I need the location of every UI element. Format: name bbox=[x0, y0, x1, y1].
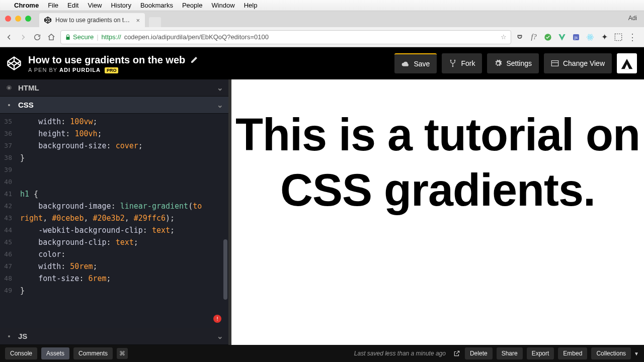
chrome-tabstrip-area: How to use gradients on the w × Adi bbox=[0, 11, 644, 27]
vue-devtools-icon[interactable] bbox=[557, 33, 567, 42]
svg-point-14 bbox=[8, 104, 10, 106]
line-gutter: 353637383940414243444546474849 bbox=[0, 116, 14, 297]
close-window-button[interactable] bbox=[5, 16, 11, 22]
collections-dropdown[interactable]: Collections ▼ bbox=[591, 347, 639, 359]
gear-icon bbox=[494, 59, 502, 67]
home-button[interactable] bbox=[46, 32, 56, 42]
extension-icon-3[interactable] bbox=[614, 33, 623, 42]
assets-button[interactable]: Assets bbox=[41, 347, 69, 359]
secure-label: Secure bbox=[73, 33, 94, 41]
gear-icon[interactable] bbox=[5, 84, 13, 92]
svg-rect-11 bbox=[551, 61, 558, 66]
url-rest: codepen.io/adipurdila/pen/EbKQoQ?editors… bbox=[124, 33, 269, 41]
save-button[interactable]: Save bbox=[394, 53, 437, 73]
bookmark-star-icon[interactable]: ☆ bbox=[501, 33, 507, 41]
checkmark-extension-icon[interactable] bbox=[543, 33, 552, 42]
error-badge[interactable]: ! bbox=[213, 315, 221, 323]
keyboard-shortcuts-button[interactable]: ⌘ bbox=[117, 348, 128, 359]
fork-icon bbox=[449, 59, 457, 67]
code-content[interactable]: width: 100vw; height: 100vh; background-… bbox=[20, 114, 228, 299]
secure-indicator: Secure bbox=[65, 33, 94, 41]
menu-history[interactable]: History bbox=[111, 2, 131, 9]
chevron-down-icon[interactable]: ⌄ bbox=[217, 332, 223, 341]
browser-tab[interactable]: How to use gradients on the w × bbox=[39, 13, 145, 27]
minimize-window-button[interactable] bbox=[15, 16, 21, 22]
extension-icon-1[interactable]: js bbox=[572, 33, 581, 42]
codepen-body: HTML ⌄ CSS ⌄ 353637383940414243444546474… bbox=[0, 79, 644, 345]
svg-point-3 bbox=[590, 36, 591, 38]
comments-button[interactable]: Comments bbox=[73, 347, 113, 359]
js-panel-label: JS bbox=[18, 332, 27, 340]
open-external-icon[interactable] bbox=[453, 349, 461, 357]
html-panel-header[interactable]: HTML ⌄ bbox=[0, 79, 228, 97]
js-panel-header[interactable]: JS ⌄ bbox=[0, 328, 228, 345]
menu-people[interactable]: People bbox=[182, 2, 202, 9]
window-controls bbox=[5, 16, 31, 22]
menu-bookmarks[interactable]: Bookmarks bbox=[140, 2, 173, 9]
profile-label[interactable]: Adi bbox=[628, 15, 637, 22]
pen-byline: A PEN BY Adi Purdila PRO bbox=[28, 67, 198, 73]
gear-icon[interactable] bbox=[5, 101, 13, 109]
chevron-down-icon[interactable]: ⌄ bbox=[217, 83, 223, 93]
user-avatar[interactable] bbox=[617, 53, 637, 73]
tab-title: How to use gradients on the w bbox=[55, 17, 131, 24]
react-devtools-icon[interactable] bbox=[586, 33, 595, 42]
share-button[interactable]: Share bbox=[497, 347, 523, 359]
reload-button[interactable] bbox=[32, 32, 42, 42]
fontface-icon[interactable]: f? bbox=[529, 33, 538, 42]
tabstrip: How to use gradients on the w × bbox=[39, 13, 161, 27]
pen-title: How to use gradients on the web bbox=[28, 54, 185, 66]
preview-pane: This is a tutorial on CSS gradients. bbox=[231, 79, 644, 345]
menu-file[interactable]: File bbox=[48, 2, 58, 9]
save-status: Last saved less than a minute ago bbox=[354, 350, 446, 357]
layout-icon bbox=[551, 59, 559, 67]
svg-point-9 bbox=[454, 60, 456, 61]
chrome-menu-icon[interactable]: ⋮ bbox=[628, 33, 637, 42]
extension-icon-2[interactable]: ✦ bbox=[600, 33, 609, 42]
lock-icon bbox=[65, 34, 71, 40]
forward-button[interactable] bbox=[18, 32, 28, 42]
pro-badge: PRO bbox=[105, 67, 119, 73]
codepen-footer: Console Assets Comments ⌘ Last saved les… bbox=[0, 345, 644, 362]
extensions-row: f? js ✦ ⋮ bbox=[515, 33, 640, 42]
export-button[interactable]: Export bbox=[527, 347, 554, 359]
css-panel-label: CSS bbox=[18, 101, 34, 109]
svg-text:js: js bbox=[574, 35, 578, 40]
console-button[interactable]: Console bbox=[5, 347, 37, 359]
edit-title-icon[interactable] bbox=[190, 56, 198, 64]
back-button[interactable] bbox=[4, 32, 14, 42]
fork-button[interactable]: Fork bbox=[442, 53, 482, 73]
codepen-favicon bbox=[44, 17, 51, 24]
address-bar[interactable]: Secure | https://codepen.io/adipurdila/p… bbox=[60, 30, 511, 44]
menu-edit[interactable]: Edit bbox=[67, 2, 78, 9]
maximize-window-button[interactable] bbox=[25, 16, 31, 22]
css-panel-header[interactable]: CSS ⌄ bbox=[0, 97, 228, 114]
menu-chrome[interactable]: Chrome bbox=[14, 2, 39, 9]
menu-window[interactable]: Window bbox=[211, 2, 234, 9]
new-tab-button[interactable] bbox=[149, 17, 161, 27]
url-protocol: https:// bbox=[102, 33, 121, 41]
macos-menubar: ChromeFileEditViewHistoryBookmarksPeople… bbox=[0, 0, 644, 11]
scrollbar-thumb[interactable] bbox=[223, 239, 227, 300]
embed-button[interactable]: Embed bbox=[558, 347, 587, 359]
codepen-logo-icon[interactable] bbox=[7, 56, 21, 70]
cloud-icon bbox=[401, 60, 410, 68]
author-link[interactable]: Adi Purdila bbox=[59, 67, 101, 73]
chevron-down-icon[interactable]: ⌄ bbox=[217, 101, 223, 110]
codepen-header: How to use gradients on the web A PEN BY… bbox=[0, 47, 644, 79]
css-editor[interactable]: 353637383940414243444546474849 width: 10… bbox=[0, 114, 228, 328]
delete-button[interactable]: Delete bbox=[465, 347, 493, 359]
collections-button[interactable]: Collections bbox=[591, 347, 631, 359]
svg-point-10 bbox=[452, 66, 454, 67]
chevron-down-icon: ▼ bbox=[634, 351, 639, 356]
close-tab-icon[interactable]: × bbox=[136, 17, 140, 24]
settings-button[interactable]: Settings bbox=[487, 53, 539, 73]
menu-help[interactable]: Help bbox=[244, 2, 258, 9]
svg-rect-7 bbox=[615, 34, 621, 40]
pocket-icon[interactable] bbox=[515, 33, 524, 42]
html-panel-label: HTML bbox=[18, 83, 39, 92]
editors-column: HTML ⌄ CSS ⌄ 353637383940414243444546474… bbox=[0, 79, 231, 345]
menu-view[interactable]: View bbox=[88, 2, 102, 9]
gear-icon[interactable] bbox=[5, 332, 13, 340]
change-view-button[interactable]: Change View bbox=[544, 53, 612, 73]
